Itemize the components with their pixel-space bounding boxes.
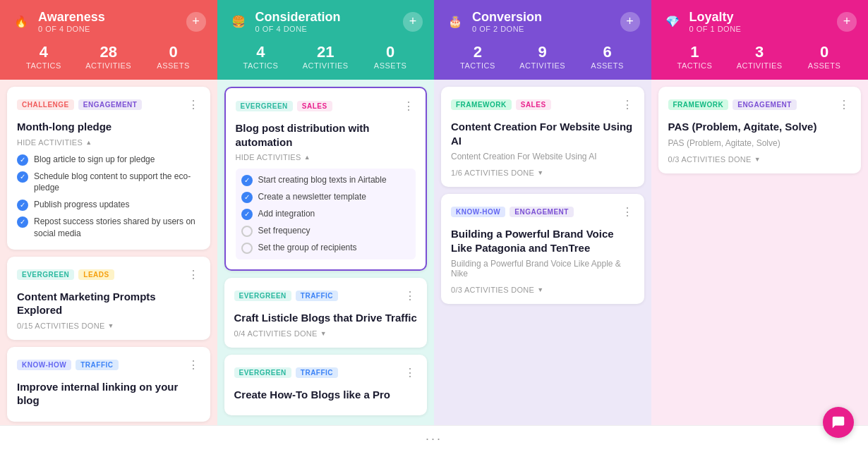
stat-label: Tactics <box>11 61 76 70</box>
hide-activities-button[interactable]: HIDE ACTIVITIES ▲ <box>236 153 311 161</box>
card-menu-button[interactable]: ⋮ <box>186 97 200 113</box>
stats-row-awareness: 4 Tactics 28 Activities 0 Assets <box>0 43 217 80</box>
activities-list: ✓Blog article to sign up for pledge✓Sche… <box>17 154 200 240</box>
card-title: PAS (Problem, Agitate, Solve) <box>668 120 852 134</box>
activity-text: Schedule blog content to support the eco… <box>34 171 200 195</box>
activity-check-unchecked[interactable] <box>241 226 253 237</box>
stat-tactics-consideration: 4 Tactics <box>229 43 294 70</box>
activity-check-checked[interactable]: ✓ <box>241 175 253 186</box>
card-tags-left: EVERGREENTRAFFIC <box>234 291 339 301</box>
col-add-button-loyalty[interactable]: + <box>837 12 857 32</box>
col-icon-conversion: 🎂 <box>445 12 465 32</box>
stat-assets-loyalty: 0 Assets <box>792 43 857 70</box>
activity-check-checked[interactable]: ✓ <box>17 200 28 211</box>
col-icon-loyalty: 💎 <box>663 12 682 32</box>
cards-container-consideration: EVERGREENSALES⋮Blog post distribution wi… <box>217 80 435 452</box>
stat-tactics-conversion: 2 Tactics <box>445 43 510 70</box>
stat-activities-awareness: 28 Activities <box>76 43 141 70</box>
col-header-loyalty: 💎 Loyalty 0 OF 1 DONE + <box>651 0 869 43</box>
card-title: Content Creation For Website Using AI <box>451 120 634 147</box>
col-title-loyalty: Loyalty <box>689 10 742 25</box>
card-tags-left: EVERGREENTRAFFIC <box>234 367 339 378</box>
stat-label: Activities <box>727 61 792 70</box>
bottom-dots: ··· <box>0 425 868 452</box>
stat-tactics-loyalty: 1 Tactics <box>663 43 728 70</box>
card-title: Improve internal linking on your blog <box>17 380 200 408</box>
activity-check-unchecked[interactable] <box>241 243 253 254</box>
col-header-awareness: 🔥 Awareness 0 OF 4 DONE + <box>0 0 217 43</box>
activity-item: ✓Publish progress updates <box>17 199 200 211</box>
card-tag: FRAMEWORK <box>451 99 512 110</box>
activities-done-button[interactable]: 0/4 ACTIVITIES DONE ▼ <box>234 329 327 338</box>
card-title: Building a Powerful Brand Voice Like Pat… <box>451 227 634 255</box>
activity-text: Set the group of recipients <box>258 242 357 254</box>
activity-check-checked[interactable]: ✓ <box>17 154 28 166</box>
stats-row-consideration: 4 Tactics 21 Activities 0 Assets <box>217 43 435 80</box>
activity-item: ✓Start creating blog texts in Airtable <box>241 174 411 186</box>
col-header-consideration: 🍔 Consideration 0 OF 4 DONE + <box>217 0 435 43</box>
activity-check-checked[interactable]: ✓ <box>17 216 28 228</box>
card-title: Month-long pledge <box>17 120 200 134</box>
card-tags-row: EVERGREENSALES⋮ <box>236 98 416 114</box>
card-tag: TRAFFIC <box>76 360 118 370</box>
card-menu-button[interactable]: ⋮ <box>186 267 200 283</box>
stat-activities-loyalty: 3 Activities <box>727 43 792 70</box>
hide-activities-button[interactable]: HIDE ACTIVITIES ▲ <box>17 138 92 147</box>
card-tag: ENGAGEMENT <box>78 99 143 110</box>
stat-label: Assets <box>141 61 206 70</box>
col-title-consideration: Consideration <box>255 10 341 25</box>
stat-tactics-awareness: 4 Tactics <box>11 43 76 70</box>
activity-text: Set frequency <box>258 225 311 237</box>
stat-activities-conversion: 9 Activities <box>510 43 575 70</box>
activities-done-button[interactable]: 0/15 ACTIVITIES DONE ▼ <box>17 322 114 330</box>
col-icon-consideration: 🍔 <box>229 12 248 32</box>
activity-item: ✓Create a newsletter template <box>241 191 411 203</box>
card-tags-row: EVERGREENLEADS⋮ <box>17 267 200 283</box>
stat-value: 0 <box>792 43 857 61</box>
card-menu-button[interactable]: ⋮ <box>186 357 200 373</box>
card-tag: EVERGREEN <box>17 269 74 280</box>
card-tag: EVERGREEN <box>234 291 291 301</box>
stat-assets-awareness: 0 Assets <box>141 43 206 70</box>
card-tags-row: CHALLENGEENGAGEMENT⋮ <box>17 97 200 113</box>
column-awareness: 🔥 Awareness 0 OF 4 DONE + 4 Tactics 28 A… <box>0 0 217 452</box>
stat-value: 0 <box>358 43 423 61</box>
card-tags-left: CHALLENGEENGAGEMENT <box>17 99 142 110</box>
col-done-awareness: 0 OF 4 DONE <box>38 25 105 33</box>
col-header-conversion: 🎂 Conversion 0 OF 2 DONE + <box>434 0 651 43</box>
chat-button[interactable] <box>823 407 854 438</box>
stat-assets-consideration: 0 Assets <box>358 43 423 70</box>
col-done-loyalty: 0 OF 1 DONE <box>689 25 742 33</box>
card-menu-button[interactable]: ⋮ <box>402 98 416 114</box>
card-menu-button[interactable]: ⋮ <box>620 204 634 220</box>
activity-text: Blog article to sign up for pledge <box>34 154 155 166</box>
card-tag: ENGAGEMENT <box>510 207 574 217</box>
stat-value: 2 <box>445 43 510 61</box>
activity-check-checked[interactable]: ✓ <box>17 171 28 183</box>
card-menu-button[interactable]: ⋮ <box>837 97 851 113</box>
col-add-button-awareness[interactable]: + <box>186 12 206 32</box>
card-tags-row: FRAMEWORKSALES⋮ <box>451 97 634 113</box>
card-menu-button[interactable]: ⋮ <box>620 97 634 113</box>
card-menu-button[interactable]: ⋮ <box>403 288 417 304</box>
card-menu-button[interactable]: ⋮ <box>403 365 417 381</box>
cards-container-conversion: FRAMEWORKSALES⋮Content Creation For Webs… <box>434 80 651 452</box>
card-tag: SALES <box>297 101 332 111</box>
card-tags-left: EVERGREENSALES <box>236 101 332 111</box>
col-icon-awareness: 🔥 <box>11 12 31 32</box>
activities-done-button[interactable]: 0/3 ACTIVITIES DONE ▼ <box>451 286 543 294</box>
activities-done-button[interactable]: 0/3 ACTIVITIES DONE ▼ <box>668 155 761 164</box>
card: EVERGREENSALES⋮Blog post distribution wi… <box>224 87 428 271</box>
card-tag: KNOW-HOW <box>451 207 505 217</box>
col-add-button-consideration[interactable]: + <box>403 12 423 32</box>
stats-row-loyalty: 1 Tactics 3 Activities 0 Assets <box>651 43 869 80</box>
activity-check-checked[interactable]: ✓ <box>241 192 253 203</box>
stat-value: 4 <box>229 43 294 61</box>
card-tag: TRAFFIC <box>296 291 338 301</box>
col-add-button-conversion[interactable]: + <box>620 12 640 32</box>
stat-value: 4 <box>11 43 76 61</box>
activities-done-button[interactable]: 1/6 ACTIVITIES DONE ▼ <box>451 169 543 177</box>
activity-check-checked[interactable]: ✓ <box>241 209 253 220</box>
card-tag: ENGAGEMENT <box>733 99 797 110</box>
stat-label: Tactics <box>663 61 728 70</box>
